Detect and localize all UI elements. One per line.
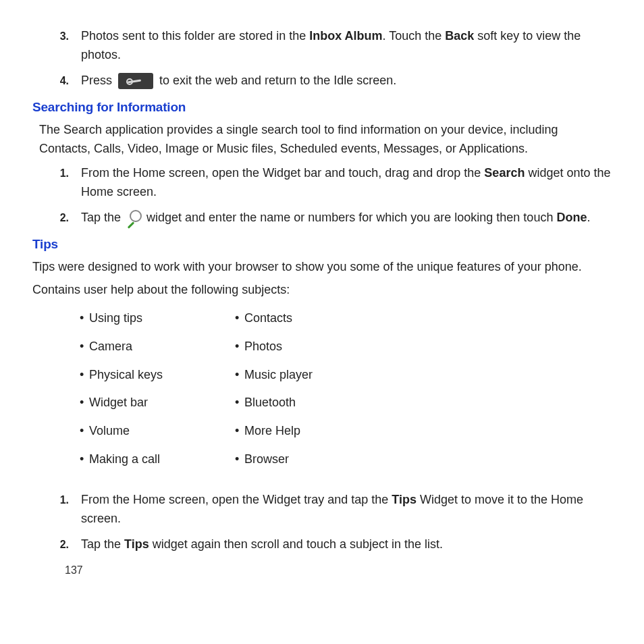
bold-back: Back (445, 29, 474, 43)
bullet-item: •Volume (80, 422, 235, 441)
text: Tap the (81, 211, 124, 224)
tips-para-1: Tips were designed to work with your bro… (32, 258, 612, 277)
bullet-dot: • (80, 338, 89, 356)
bullet-text: Bluetooth (244, 396, 296, 409)
step-number: 2. (49, 209, 81, 227)
step-body: Tap the Tips widget again then scroll an… (81, 535, 612, 554)
tips-steps: 1. From the Home screen, open the Widget… (49, 491, 612, 554)
bullet-text: Camera (89, 340, 132, 353)
heading-tips: Tips (32, 234, 612, 254)
step-body: Photos sent to this folder are stored in… (81, 27, 612, 65)
bullet-dot: • (235, 394, 244, 412)
page: 3. Photos sent to this folder are stored… (32, 27, 612, 617)
step-body: From the Home screen, open the Widget ba… (81, 164, 612, 202)
bullet-text: Widget bar (89, 396, 148, 409)
bullet-item: •Contacts (235, 309, 390, 328)
bullet-item: •Making a call (80, 450, 235, 469)
bullet-text: Physical keys (89, 368, 163, 381)
tips-bullet-table: •Using tips •Camera •Physical keys •Widg… (80, 309, 612, 479)
step-number: 3. (49, 27, 81, 65)
bullet-text: Browser (244, 452, 289, 466)
step-number: 2. (49, 535, 81, 554)
heading-searching: Searching for Information (32, 97, 612, 117)
bullet-dot: • (80, 394, 89, 412)
search-step-1: 1. From the Home screen, open the Widget… (49, 164, 612, 202)
bullet-item: •Browser (235, 450, 390, 469)
bullet-dot: • (235, 309, 244, 328)
bullet-text: Using tips (89, 311, 142, 325)
bullet-item: •Widget bar (80, 394, 235, 412)
bullet-text: Photos (244, 340, 282, 353)
bullet-text: Music player (244, 368, 313, 381)
bullet-dot: • (235, 422, 244, 441)
step-number: 4. (49, 72, 81, 90)
text: . (587, 211, 590, 224)
bullet-text: Contacts (244, 311, 292, 325)
text: widget and enter the name or numbers for… (143, 211, 556, 224)
bullet-item: •Using tips (80, 309, 235, 328)
bullet-item: •Bluetooth (235, 394, 390, 412)
bold-tips: Tips (124, 537, 149, 551)
bullet-dot: • (235, 338, 244, 356)
bullet-dot: • (80, 450, 89, 469)
bullet-dot: • (235, 450, 244, 469)
bold-tips: Tips (392, 493, 417, 506)
step-body: Press to exit the web and return to the … (81, 72, 612, 90)
bullet-text: Volume (89, 424, 130, 437)
search-icon (126, 210, 142, 226)
tips-step-1: 1. From the Home screen, open the Widget… (49, 491, 612, 529)
bullet-text: Making a call (89, 452, 160, 466)
bold-done: Done (556, 211, 587, 224)
text: widget again then scroll and touch a sub… (149, 537, 443, 551)
bullet-item: •Photos (235, 338, 390, 356)
step-body: Tap the widget and enter the name or num… (81, 209, 612, 227)
page-number: 137 (65, 562, 83, 579)
tips-para-2: Contains user help about the following s… (32, 281, 612, 300)
bullet-item: •Camera (80, 338, 235, 356)
bullet-column-2: •Contacts •Photos •Music player •Bluetoo… (235, 309, 390, 479)
text: From the Home screen, open the Widget tr… (81, 493, 392, 506)
bullet-column-1: •Using tips •Camera •Physical keys •Widg… (80, 309, 235, 479)
bullet-dot: • (80, 422, 89, 441)
step-body: From the Home screen, open the Widget tr… (81, 491, 612, 529)
text: Press (81, 74, 115, 87)
tips-step-2: 2. Tap the Tips widget again then scroll… (49, 535, 612, 554)
bullet-item: •Music player (235, 366, 390, 385)
text: Photos sent to this folder are stored in… (81, 29, 309, 43)
intro-steps: 3. Photos sent to this folder are stored… (49, 27, 612, 90)
text: to exit the web and return to the Idle s… (156, 74, 396, 87)
bullet-dot: • (80, 366, 89, 385)
bullet-item: •More Help (235, 422, 390, 441)
end-key-icon (118, 73, 153, 89)
bold-inbox-album: Inbox Album (309, 29, 382, 43)
text: . Touch the (383, 29, 446, 43)
bold-search: Search (484, 166, 525, 180)
text: Tap the (81, 537, 124, 551)
searching-description: The Search application provides a single… (39, 121, 612, 159)
step-3: 3. Photos sent to this folder are stored… (49, 27, 612, 65)
step-number: 1. (49, 491, 81, 529)
bullet-dot: • (80, 309, 89, 328)
step-4: 4. Press to exit the web and return to t… (49, 72, 612, 90)
text: From the Home screen, open the Widget ba… (81, 166, 484, 180)
bullet-item: •Physical keys (80, 366, 235, 385)
bullet-text: More Help (244, 424, 300, 437)
search-step-2: 2. Tap the widget and enter the name or … (49, 209, 612, 227)
search-steps: 1. From the Home screen, open the Widget… (49, 164, 612, 227)
step-number: 1. (49, 164, 81, 202)
bullet-dot: • (235, 366, 244, 385)
